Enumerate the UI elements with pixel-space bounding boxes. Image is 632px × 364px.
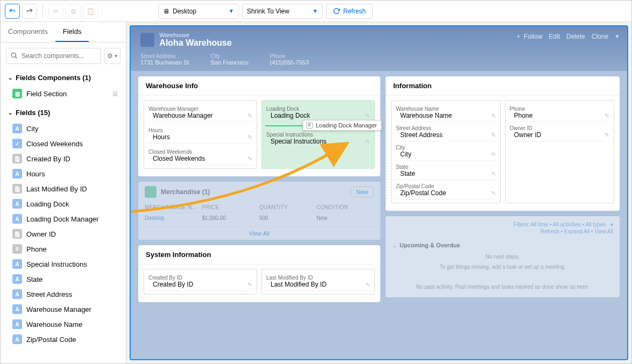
top-toolbar: ✂ ⧉ 📋 🖥 Desktop ▼ Shrink To View ▼ Refre… <box>1 1 631 22</box>
tab-components[interactable]: Components <box>1 22 55 42</box>
edit-icon: ✎ <box>491 132 496 139</box>
card-title: System Information <box>138 245 380 265</box>
system-info-card[interactable]: System Information Created By ID Created… <box>138 245 380 302</box>
desktop-icon: 🖥 <box>163 8 169 15</box>
field-section-icon: ▥ <box>12 89 22 98</box>
field-item-street-address[interactable]: AStreet Address <box>1 287 126 302</box>
header-field-label: Phone <box>270 53 309 59</box>
drag-chip[interactable]: ⠿Loading Dock Manager <box>302 120 382 131</box>
field-section-item[interactable]: ▥ Field Section 🖥 <box>1 86 126 101</box>
field-item-warehouse-manager[interactable]: AWarehouse Manager <box>1 302 126 317</box>
desktop-icon: 🖥 <box>111 90 118 98</box>
header-field-label: Street Address <box>140 53 189 59</box>
record-icon <box>140 33 154 47</box>
activity-card[interactable]: Filters: All time • All activities • All… <box>386 216 620 297</box>
field-label: Phone <box>26 245 47 253</box>
field-item[interactable]: Warehouse NameWarehouse Name✎ <box>395 104 497 122</box>
field-column-left[interactable]: Created By ID Created By ID ✎ <box>144 269 257 295</box>
field-item[interactable]: Created By ID Created By ID ✎ <box>147 273 253 291</box>
edit-button[interactable]: Edit <box>549 33 560 40</box>
object-label: Warehouse <box>159 32 232 38</box>
chevron-down-icon: ⌄ <box>8 75 12 81</box>
field-item[interactable]: HoursHours✎ <box>147 125 253 144</box>
edit-icon: ✎ <box>365 138 370 145</box>
field-item[interactable]: Closed WeekendsClosed Weekends✎ <box>147 147 253 165</box>
clone-button[interactable]: Clone <box>592 33 608 40</box>
edit-icon: ✎ <box>491 151 496 158</box>
edit-icon: ✎ <box>365 281 370 288</box>
field-item[interactable]: CityCity✎ <box>395 142 497 161</box>
paste-button[interactable]: 📋 <box>83 4 98 19</box>
field-column-right[interactable]: Loading DockLoading Dock✎⠿Loading Dock M… <box>261 100 375 169</box>
field-item-phone[interactable]: #Phone <box>1 241 126 256</box>
view-mode-select[interactable]: Shrink To View ▼ <box>242 4 323 19</box>
svg-point-0 <box>11 53 16 57</box>
field-item-zip-postal-code[interactable]: AZip/Postal Code <box>1 332 126 347</box>
search-input[interactable] <box>6 48 101 64</box>
field-item[interactable]: StateState✎ <box>395 162 497 180</box>
drop-indicator: ⠿Loading Dock Manager <box>265 125 371 126</box>
field-label: Owner ID <box>26 230 56 238</box>
field-item[interactable]: Loading DockLoading Dock✎ <box>265 104 371 122</box>
field-type-icon: A <box>12 274 22 284</box>
field-item-owner-id[interactable]: 📄Owner ID <box>1 226 126 241</box>
fields-heading[interactable]: ⌄ Fields (15) <box>1 104 126 121</box>
field-item[interactable]: Street AddressStreet Address✎ <box>395 123 497 141</box>
field-item[interactable]: PhonePhone✎ <box>509 104 611 122</box>
edit-icon: ✎ <box>491 190 496 197</box>
fields-components-heading[interactable]: ⌄ Fields Components (1) <box>1 69 126 86</box>
follow-button[interactable]: ＋Follow <box>515 32 543 41</box>
field-column-left[interactable]: Warehouse NameWarehouse Name✎Street Addr… <box>391 100 501 203</box>
refresh-button[interactable]: Refresh <box>326 4 373 19</box>
field-item[interactable]: Warehouse ManagerWarehouse Manager✎ <box>147 104 253 122</box>
field-column-left[interactable]: Warehouse ManagerWarehouse Manager✎Hours… <box>144 100 257 169</box>
field-item-special-instructions[interactable]: ASpecial Instructions <box>1 256 126 272</box>
warehouse-info-card[interactable]: Warehouse Info Warehouse ManagerWarehous… <box>138 76 380 176</box>
delete-button[interactable]: Delete <box>566 33 585 40</box>
more-actions-button[interactable]: ▼ <box>615 34 620 39</box>
settings-button[interactable]: ⚙ ▼ <box>104 48 120 64</box>
device-select[interactable]: 🖥 Desktop ▼ <box>158 4 239 19</box>
chevron-down-icon: ▼ <box>313 8 318 14</box>
field-label: Loading Dock Manager <box>26 215 98 223</box>
field-column-right[interactable]: Last Modified By ID Last Modified By ID … <box>261 269 375 295</box>
field-item-warehouse-name[interactable]: AWarehouse Name <box>1 317 126 332</box>
field-item-loading-dock-manager[interactable]: ALoading Dock Manager <box>1 211 126 226</box>
gear-icon: ⚙ <box>107 52 113 60</box>
tab-fields[interactable]: Fields <box>55 22 89 42</box>
field-item-city[interactable]: ACity <box>1 121 126 136</box>
field-item[interactable]: Special InstructionsSpecial Instructions… <box>265 130 371 148</box>
field-item-created-by-id[interactable]: 📄Created By ID <box>1 151 126 166</box>
fields-list: ACity✓Closed Weekends📄Created By IDAHour… <box>1 121 126 347</box>
cut-button[interactable]: ✂ <box>48 4 63 19</box>
edit-icon: ✎ <box>365 112 370 119</box>
left-panel: Components Fields ⚙ ▼ ⌄ Fields Component… <box>1 22 126 363</box>
field-label: Loading Dock <box>26 200 69 208</box>
merchandise-card[interactable]: Merchandise (1) New MERCHANDISE N... PRI… <box>138 182 380 240</box>
field-item-hours[interactable]: AHours <box>1 166 126 181</box>
field-item-state[interactable]: AState <box>1 272 126 287</box>
field-item-closed-weekends[interactable]: ✓Closed Weekends <box>1 136 126 151</box>
field-item[interactable]: Zip/Postal CodeZip/Postal Code✎ <box>395 181 497 199</box>
edit-icon: ✎ <box>247 281 252 288</box>
chevron-down-icon: ▼ <box>114 54 118 59</box>
edit-icon: ✎ <box>491 112 496 119</box>
field-item[interactable]: Owner IDOwner ID✎ <box>509 123 611 141</box>
redo-button[interactable] <box>22 4 37 19</box>
field-item-last-modified-by-id[interactable]: 📄Last Modified By ID <box>1 181 126 196</box>
field-type-icon: A <box>12 199 22 209</box>
field-item[interactable]: Last Modified By ID Last Modified By ID … <box>265 273 371 291</box>
search-components[interactable] <box>6 48 101 64</box>
edit-icon: ✎ <box>491 170 496 177</box>
field-column-right[interactable]: PhonePhone✎Owner IDOwner ID✎ <box>505 100 615 203</box>
field-item-loading-dock[interactable]: ALoading Dock <box>1 196 126 211</box>
field-type-icon: # <box>12 244 22 254</box>
field-type-icon: A <box>12 319 22 329</box>
information-card[interactable]: Information Warehouse NameWarehouse Name… <box>386 76 620 211</box>
edit-icon: ✎ <box>247 112 252 119</box>
record-header: Warehouse Aloha Warehouse ＋Follow Edit D… <box>131 26 627 71</box>
undo-button[interactable] <box>5 4 20 19</box>
plus-icon: ＋ <box>515 32 522 41</box>
copy-button[interactable]: ⧉ <box>66 4 81 19</box>
grip-icon: ⠿ <box>306 122 313 129</box>
